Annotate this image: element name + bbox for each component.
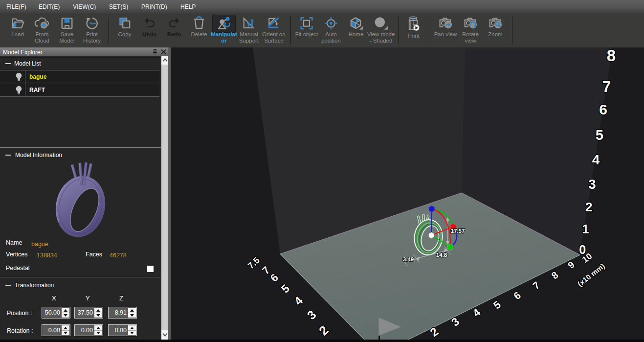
svg-text:4: 4 — [592, 152, 600, 167]
svg-text:2: 2 — [585, 200, 593, 214]
svg-text:7: 7 — [602, 78, 611, 95]
svg-text:5: 5 — [596, 127, 603, 143]
svg-text:14.8: 14.8 — [436, 252, 447, 258]
svg-text:17.57: 17.57 — [451, 228, 465, 234]
svg-text:6: 6 — [599, 101, 607, 117]
svg-text:3: 3 — [588, 177, 596, 192]
svg-text:1: 1 — [582, 222, 589, 236]
svg-text:3.49: 3.49 — [403, 256, 414, 262]
svg-text:8: 8 — [607, 47, 616, 65]
